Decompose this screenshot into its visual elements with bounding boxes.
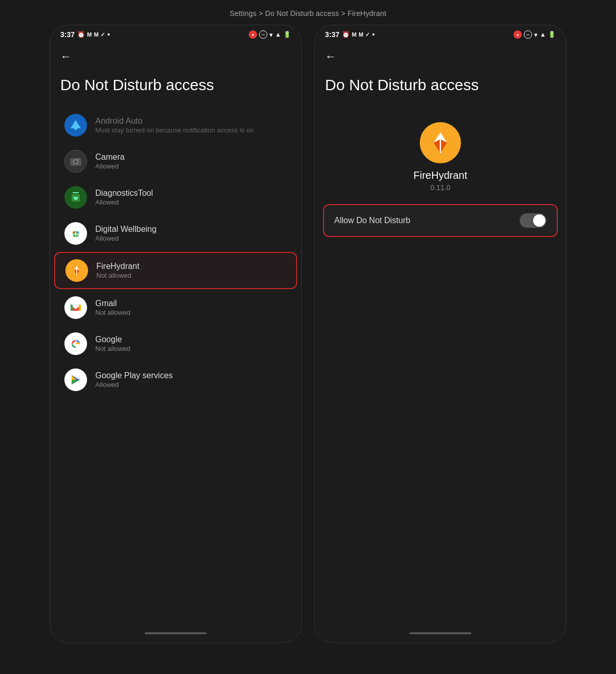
firehydrant-app-name: FireHydrant (315, 170, 566, 181)
gmail-icon (64, 296, 87, 319)
google-play-status: Allowed (95, 381, 173, 389)
dot-icon: • (107, 30, 110, 39)
signal-icon: ▲ (275, 31, 281, 38)
home-indicator-right (409, 632, 471, 634)
status-icons-left: ⏰ M M ✓ • (77, 30, 110, 39)
check-icon: ✓ (100, 31, 105, 38)
svg-rect-15 (71, 305, 73, 311)
app-item-google[interactable]: Google Not allowed (54, 326, 297, 361)
back-button-right[interactable]: ← (315, 42, 566, 68)
digital-wellbeing-status: Allowed (95, 234, 157, 242)
right-status-icons-right: ● − ▾ ▲ 🔋 (514, 30, 556, 39)
status-icons-right: ⏰ M M ✓ • (342, 30, 374, 39)
svg-point-1 (74, 127, 77, 130)
left-phone: 3:37 ⏰ M M ✓ • ● − ▾ ▲ 🔋 ← Do Not Di (49, 25, 302, 643)
page-title-right: Do Not Disturb access (315, 68, 566, 107)
mail-icon-r: M (352, 31, 356, 38)
time-left: 3:37 (60, 30, 75, 39)
firehydrant-info: FireHydrant Not allowed (96, 262, 140, 279)
allow-dnd-toggle[interactable] (520, 213, 546, 228)
clock-icon-r: ⏰ (342, 31, 350, 38)
status-bar-right: 3:37 ⏰ M M ✓ • ● − ▾ ▲ 🔋 (315, 25, 566, 42)
breadcrumb: Settings > Do Not Disturb access > FireH… (0, 0, 616, 25)
check-icon-r: ✓ (365, 31, 370, 38)
svg-rect-5 (78, 159, 79, 160)
wifi-icon: ▾ (269, 31, 273, 39)
google-play-icon (64, 368, 87, 391)
camera-info: Camera Allowed (95, 153, 125, 170)
firehydrant-icon (65, 259, 88, 282)
toggle-knob (533, 214, 545, 227)
diagnostics-status: Allowed (95, 198, 153, 206)
app-item-firehydrant[interactable]: FireHydrant Not allowed (54, 252, 297, 289)
digital-wellbeing-info: Digital Wellbeing Allowed (95, 225, 157, 242)
diagnostics-name: DiagnosticsTool (95, 189, 153, 198)
firehydrant-name: FireHydrant (96, 262, 140, 271)
mail2-icon-r: M (358, 31, 363, 38)
camera-name: Camera (95, 153, 125, 162)
google-status: Not allowed (95, 345, 130, 352)
minus-icon: − (259, 30, 267, 39)
android-auto-status: Must stay turned on because notification… (95, 126, 254, 134)
app-item-android-auto[interactable]: Android Auto Must stay turned on because… (54, 108, 297, 143)
right-phone: 3:37 ⏰ M M ✓ • ● − ▾ ▲ 🔋 ← Do Not Distur… (314, 25, 567, 643)
google-icon (64, 332, 87, 355)
firehydrant-status: Not allowed (96, 272, 140, 279)
google-play-name: Google Play services (95, 371, 173, 380)
app-list: Android Auto Must stay turned on because… (50, 107, 301, 624)
minus-icon-r: − (524, 30, 532, 39)
dot-icon-r: • (372, 30, 374, 39)
app-item-digital-wellbeing[interactable]: Digital Wellbeing Allowed (54, 216, 297, 251)
time-right: 3:37 (325, 30, 339, 39)
gmail-info: Gmail Not allowed (95, 299, 130, 316)
svg-point-11 (73, 231, 75, 233)
allow-dnd-toggle-row[interactable]: Allow Do Not Disturb (323, 204, 558, 237)
gmail-status: Not allowed (95, 309, 130, 316)
mail2-icon: M (94, 31, 98, 38)
app-item-diagnostics[interactable]: DiagnosticsTool Allowed (54, 180, 297, 215)
digital-wellbeing-icon (64, 222, 87, 245)
record-icon-r: ● (514, 30, 522, 39)
gmail-name: Gmail (95, 299, 130, 308)
diagnostics-icon (64, 186, 87, 209)
diagnostics-info: DiagnosticsTool Allowed (95, 189, 153, 206)
mail-icon: M (87, 31, 92, 38)
svg-rect-16 (79, 305, 81, 311)
google-info: Google Not allowed (95, 335, 130, 352)
home-indicator-left (145, 632, 207, 634)
svg-point-4 (74, 160, 77, 163)
clock-icon: ⏰ (77, 31, 85, 38)
app-item-camera[interactable]: Camera Allowed (54, 144, 297, 179)
svg-rect-9 (75, 196, 77, 197)
android-auto-name: Android Auto (95, 116, 254, 126)
app-item-gmail[interactable]: Gmail Not allowed (54, 290, 297, 325)
camera-icon (64, 150, 87, 173)
back-button-left[interactable]: ← (50, 42, 301, 68)
record-icon: ● (249, 30, 257, 39)
battery-icon: 🔋 (283, 31, 291, 38)
app-item-google-play[interactable]: Google Play services Allowed (54, 362, 297, 397)
digital-wellbeing-name: Digital Wellbeing (95, 225, 157, 234)
signal-icon-r: ▲ (540, 31, 546, 38)
firehydrant-app-version: 0.11.0 (315, 183, 566, 192)
google-play-info: Google Play services Allowed (95, 371, 173, 389)
battery-icon-r: 🔋 (548, 31, 556, 38)
google-name: Google (95, 335, 130, 344)
svg-point-12 (77, 231, 79, 233)
page-title-left: Do Not Disturb access (50, 68, 301, 107)
svg-rect-6 (73, 192, 79, 193)
wifi-icon-r: ▾ (534, 31, 538, 39)
android-auto-info: Android Auto Must stay turned on because… (95, 116, 254, 134)
firehydrant-large-icon (420, 122, 461, 163)
right-status-icons-left: ● − ▾ ▲ 🔋 (249, 30, 291, 39)
android-auto-icon (64, 114, 87, 137)
allow-dnd-label: Allow Do Not Disturb (334, 216, 410, 225)
status-bar-left: 3:37 ⏰ M M ✓ • ● − ▾ ▲ 🔋 (50, 25, 301, 42)
camera-status: Allowed (95, 162, 125, 170)
